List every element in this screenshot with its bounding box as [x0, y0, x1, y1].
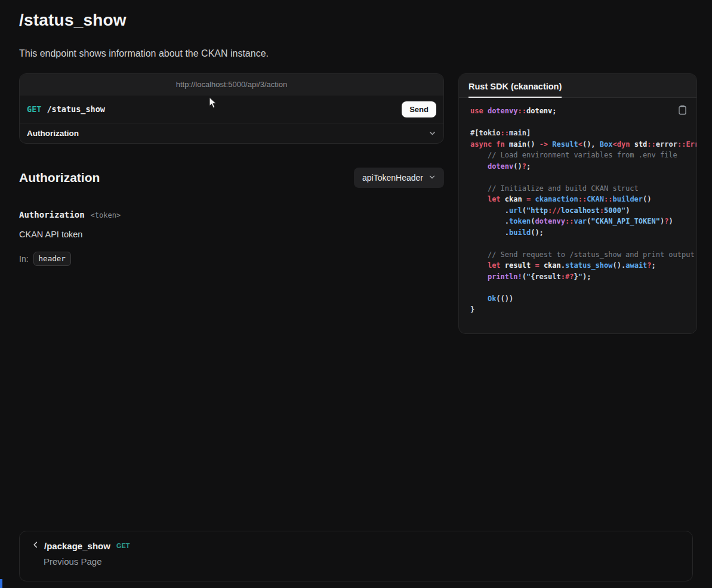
code-panel-header: Rust SDK (ckanaction) [459, 74, 696, 98]
chevron-down-icon [429, 129, 436, 137]
chevron-left-icon [32, 540, 39, 551]
auth-scheme-select[interactable]: apiTokenHeader [354, 168, 444, 188]
tab-rust-sdk[interactable]: Rust SDK (ckanaction) [468, 82, 562, 98]
code-lines: use dotenvy::dotenv; #[tokio::main]async… [470, 106, 696, 315]
previous-page-label: Previous Page [32, 556, 680, 567]
focus-fragment [0, 579, 2, 588]
previous-page-card[interactable]: /package_show GET Previous Page [19, 531, 693, 581]
in-value-badge: header [33, 252, 71, 266]
send-button[interactable]: Send [402, 101, 436, 117]
authorization-heading: Authorization [19, 171, 100, 185]
auth-collapse-label: Authorization [27, 129, 79, 138]
request-card: http://localhost:5000/api/3/action GET /… [19, 73, 444, 144]
left-column: http://localhost:5000/api/3/action GET /… [19, 73, 444, 266]
in-label: In: [19, 254, 29, 264]
previous-page-method: GET [116, 542, 130, 549]
request-row: GET /status_show Send [20, 95, 443, 123]
param-type: <token> [91, 211, 121, 219]
request-card-header: http://localhost:5000/api/3/action [20, 74, 443, 95]
auth-scheme-value: apiTokenHeader [362, 173, 423, 182]
base-url: http://localhost:5000/api/3/action [176, 80, 287, 89]
code-sample-panel: Rust SDK (ckanaction) use dotenvy::doten… [458, 73, 697, 334]
page-title: /status_show [19, 11, 693, 30]
clipboard-icon [678, 108, 687, 117]
code-body: use dotenvy::dotenv; #[tokio::main]async… [459, 98, 696, 333]
authorization-section: Authorization apiTokenHeader Authorizati… [19, 168, 444, 266]
param-description: CKAN API token [19, 230, 444, 239]
endpoint-path: /status_show [47, 104, 105, 114]
page-header: /status_show This endpoint shows informa… [0, 0, 712, 59]
main-content: http://localhost:5000/api/3/action GET /… [0, 59, 712, 334]
auth-collapse-row[interactable]: Authorization [20, 123, 443, 143]
previous-page-title: /package_show [44, 541, 110, 551]
method-badge: GET [27, 104, 41, 114]
copy-button[interactable] [677, 104, 688, 118]
chevron-down-icon [429, 173, 436, 182]
param-name: Authorization [19, 210, 85, 219]
page-description: This endpoint shows information about th… [19, 48, 693, 59]
